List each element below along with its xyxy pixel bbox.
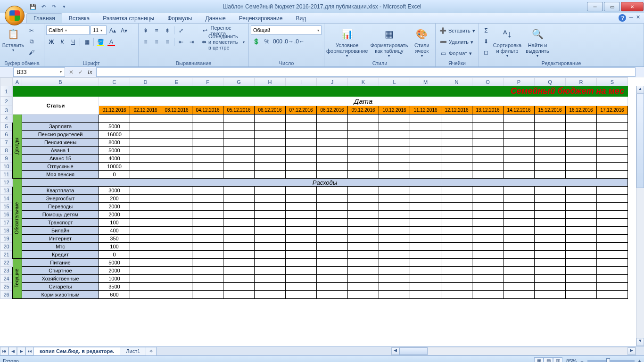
date-cell[interactable]: 14.12.2016 (504, 106, 535, 115)
app-close-icon[interactable]: ✕ (636, 14, 640, 22)
cell[interactable] (223, 235, 255, 243)
cell[interactable] (441, 251, 472, 259)
cell[interactable] (535, 219, 566, 227)
cell[interactable] (130, 243, 161, 251)
cell[interactable] (286, 275, 317, 283)
qat-customize-icon[interactable]: ▼ (59, 2, 69, 11)
cell[interactable] (535, 259, 566, 267)
article-value[interactable]: 5000 (99, 259, 130, 267)
cell[interactable] (348, 251, 379, 259)
cell[interactable] (441, 203, 472, 211)
cell[interactable] (472, 155, 504, 163)
cell[interactable] (379, 155, 410, 163)
article-value[interactable]: 2000 (99, 211, 130, 219)
row-header[interactable]: 8 (0, 147, 13, 155)
cell[interactable] (192, 219, 223, 227)
cell[interactable] (286, 155, 317, 163)
column-header[interactable]: G (223, 78, 255, 86)
cell[interactable] (441, 195, 472, 203)
cell[interactable] (472, 123, 504, 131)
article-value[interactable]: 5000 (99, 147, 130, 155)
cell[interactable] (441, 115, 472, 123)
hscroll-thumb[interactable] (399, 347, 428, 355)
article-name[interactable]: Отпускные (22, 163, 99, 171)
zoom-in-icon[interactable]: + (638, 358, 641, 362)
close-button[interactable]: ✕ (621, 2, 644, 11)
cell[interactable] (535, 283, 566, 291)
row-header[interactable]: 7 (0, 139, 13, 147)
cell-styles-button[interactable]: 🎨Стили ячеек▾ (411, 25, 433, 58)
banner-title[interactable]: Семейный бюджет на мес (13, 86, 628, 97)
formula-bar-input[interactable] (96, 67, 636, 77)
sort-filter-button[interactable]: ᴬ↓Сортировка и фильтр▾ (492, 25, 522, 58)
cell[interactable] (348, 171, 379, 179)
scroll-down-icon[interactable]: ▼ (636, 338, 644, 346)
view-normal-icon[interactable]: ▦ (534, 357, 544, 362)
cell[interactable] (255, 171, 286, 179)
row-header[interactable]: 23 (0, 267, 13, 275)
cell[interactable] (535, 123, 566, 131)
article-value[interactable]: 2000 (99, 267, 130, 275)
cell[interactable] (255, 131, 286, 139)
cell[interactable] (255, 291, 286, 299)
cell[interactable] (472, 219, 504, 227)
cell[interactable] (161, 235, 192, 243)
cell[interactable] (441, 187, 472, 195)
date-cell[interactable]: 17.12.2016 (597, 106, 628, 115)
cell[interactable] (597, 219, 628, 227)
article-name[interactable]: Спиртное (22, 267, 99, 275)
article-name[interactable]: Моя пенсия (22, 171, 99, 179)
cell[interactable] (348, 155, 379, 163)
article-value[interactable]: 100 (99, 243, 130, 251)
bold-button[interactable]: Ж (46, 37, 57, 47)
shrink-font-icon[interactable]: A▾ (119, 25, 129, 35)
article-name[interactable]: Мтс (22, 243, 99, 251)
qat-redo-icon[interactable]: ↷ (49, 2, 58, 11)
cell[interactable] (317, 219, 348, 227)
cell[interactable] (535, 187, 566, 195)
conditional-formatting-button[interactable]: 📊Условное форматирование▾ (326, 25, 368, 58)
cell[interactable] (504, 259, 535, 267)
column-header[interactable]: C (99, 78, 130, 86)
row-header[interactable]: 3 (0, 106, 13, 115)
enter-formula-icon[interactable]: ✓ (76, 69, 85, 75)
tab-insert[interactable]: Вставка (62, 14, 97, 23)
article-value[interactable]: 350 (99, 235, 130, 243)
article-value[interactable]: 600 (99, 291, 130, 299)
maximize-button[interactable]: ▭ (604, 2, 620, 11)
cell[interactable] (566, 251, 597, 259)
cell[interactable] (255, 123, 286, 131)
cell[interactable] (472, 195, 504, 203)
article-value[interactable]: 200 (99, 195, 130, 203)
help-icon[interactable]: ? (619, 14, 626, 22)
cell[interactable] (223, 187, 255, 195)
cell[interactable] (317, 259, 348, 267)
date-cell[interactable]: 05.12.2016 (223, 106, 255, 115)
cell[interactable] (161, 203, 192, 211)
cell[interactable] (566, 235, 597, 243)
cell[interactable] (597, 267, 628, 275)
sheet-tab-2[interactable]: Лист1 (120, 347, 146, 355)
cell[interactable] (410, 123, 441, 131)
cell[interactable] (379, 259, 410, 267)
column-header[interactable]: R (566, 78, 597, 86)
cell[interactable] (441, 243, 472, 251)
cell[interactable] (192, 235, 223, 243)
cell[interactable] (410, 139, 441, 147)
cell[interactable] (130, 155, 161, 163)
cell[interactable] (286, 283, 317, 291)
cell[interactable] (130, 195, 161, 203)
column-header[interactable]: B (22, 78, 99, 86)
cell[interactable] (379, 171, 410, 179)
vertical-scrollbar[interactable]: ▲ ▼ (636, 86, 644, 346)
tab-view[interactable]: Вид (289, 14, 313, 23)
article-value[interactable]: 3000 (99, 187, 130, 195)
cell[interactable] (99, 115, 130, 123)
cell[interactable] (317, 211, 348, 219)
thousands-icon[interactable]: 000 (272, 36, 283, 46)
cell[interactable] (379, 211, 410, 219)
article-name[interactable]: Энергосбыт (22, 195, 99, 203)
percent-icon[interactable]: % (262, 36, 272, 46)
cell[interactable] (317, 155, 348, 163)
cell[interactable] (566, 171, 597, 179)
